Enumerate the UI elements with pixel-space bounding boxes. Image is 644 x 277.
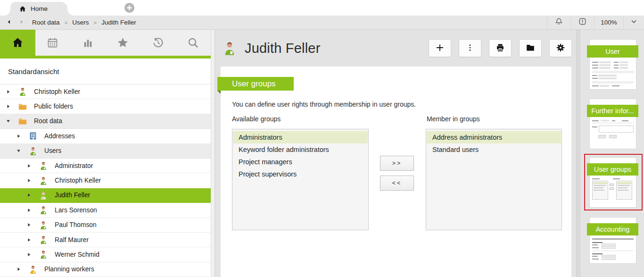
group-item-administrators[interactable]: Administrators xyxy=(233,131,368,143)
move-left-button[interactable]: << xyxy=(380,176,414,191)
breadcrumb: Root data>Users>Judith Feller xyxy=(32,19,136,26)
tree-item-werner-schmid[interactable]: Werner Schmid xyxy=(0,247,211,262)
rail-scrollbar[interactable] xyxy=(577,30,580,277)
add-button[interactable] xyxy=(429,39,451,57)
new-tab-button[interactable] xyxy=(124,2,135,13)
view-header-label: Standardansicht xyxy=(8,67,59,76)
nav-rail xyxy=(0,30,211,56)
caret-right-icon[interactable] xyxy=(26,178,32,183)
group-item-project-supervisors[interactable]: Project supervisors xyxy=(233,168,368,180)
tree-item-ralf-maurer[interactable]: Ralf Maurer xyxy=(0,233,211,247)
available-groups-listbox[interactable]: AdministratorsKeyword folder administrat… xyxy=(232,129,369,230)
caret-down-icon[interactable] xyxy=(16,148,21,153)
thumbnail-preview xyxy=(592,120,634,147)
caret-right-icon[interactable] xyxy=(26,193,32,198)
tree-item-lars-sorenson[interactable]: Lars Sorenson xyxy=(0,203,211,218)
section-banner-label: User groups xyxy=(232,79,276,88)
thumbnail-label: User groups xyxy=(594,166,631,173)
thumbnail-rail: UserFurther infor...User groupsAccountin… xyxy=(576,30,644,277)
caret-right-icon[interactable] xyxy=(26,252,32,257)
nav-search-icon[interactable] xyxy=(176,30,211,56)
zoom-menu-button[interactable] xyxy=(623,16,644,29)
caret-down-icon[interactable] xyxy=(6,118,11,124)
more-button[interactable] xyxy=(459,39,481,57)
caret-right-icon[interactable] xyxy=(26,222,32,227)
caret-right-icon[interactable] xyxy=(26,163,32,168)
tree-item-christoph-keller[interactable]: Christoph Keller xyxy=(0,173,211,188)
content-area: Standardansicht Christoph KellerPublic f… xyxy=(0,30,644,277)
building-icon xyxy=(28,131,38,141)
page-title: Judith Feller xyxy=(245,41,321,56)
tree-item-root-data[interactable]: Root data xyxy=(0,114,211,129)
tree-item-public-folders[interactable]: Public folders xyxy=(0,99,211,114)
thumbnail-accounting[interactable]: Accounting xyxy=(590,218,636,263)
caret-right-icon[interactable] xyxy=(26,237,32,243)
caret-right-icon[interactable] xyxy=(6,104,11,109)
alerts-button[interactable] xyxy=(570,16,594,29)
group-item-keyword-folder-administrators[interactable]: Keyword folder administrators xyxy=(233,143,368,156)
tab-label: Home xyxy=(31,5,48,12)
thumbnail-user[interactable]: User xyxy=(590,40,636,89)
tab-bar: Home xyxy=(0,0,644,16)
nav-chart-icon[interactable] xyxy=(70,30,106,56)
tree-item-paul-thomson[interactable]: Paul Thomson xyxy=(0,218,211,233)
bell-icon xyxy=(554,17,563,28)
thumbnail-user-groups[interactable]: User groups xyxy=(590,158,636,207)
breadcrumb-separator: > xyxy=(94,20,97,25)
settings-button[interactable] xyxy=(549,39,572,57)
breadcrumb-item-root-data[interactable]: Root data xyxy=(32,19,60,26)
group-item-project-managers[interactable]: Project managers xyxy=(233,156,368,168)
back-button[interactable] xyxy=(3,16,15,29)
section-description: You can define user rights through membe… xyxy=(232,101,416,108)
alert-icon xyxy=(578,17,587,28)
person-light-icon xyxy=(38,190,49,201)
printer-icon xyxy=(495,42,505,54)
caret-right-icon[interactable] xyxy=(26,208,32,213)
breadcrumb-bar: Root data>Users>Judith Feller 100% xyxy=(0,16,644,30)
tree-item-label: Administrator xyxy=(55,162,93,169)
sidebar-scrollbar[interactable] xyxy=(211,30,215,277)
group-item-standard-users[interactable]: Standard users xyxy=(427,143,561,156)
zoom-level: 100% xyxy=(594,16,623,29)
tree-item-label: Paul Thomson xyxy=(55,221,97,228)
tab-home[interactable]: Home xyxy=(10,2,67,16)
tree-item-users[interactable]: Users xyxy=(0,144,211,159)
tree-item-label: Planning workers xyxy=(44,266,94,273)
tree-item-christoph-keller[interactable]: Christoph Keller xyxy=(0,84,211,99)
tree-item-judith-feller[interactable]: Judith Feller xyxy=(0,188,211,203)
move-right-button[interactable]: >> xyxy=(380,156,414,171)
breadcrumb-item-users[interactable]: Users xyxy=(72,19,89,26)
nav-history-icon[interactable] xyxy=(140,30,176,56)
breadcrumb-item-judith-feller[interactable]: Judith Feller xyxy=(101,19,136,26)
tree-item-planning-workers[interactable]: Planning workers xyxy=(0,262,211,277)
notifications-button[interactable] xyxy=(547,16,570,29)
application-window: Home Root data>Users>Judith Feller 100% xyxy=(0,0,644,277)
caret-right-icon[interactable] xyxy=(16,267,21,272)
section-banner: User groups xyxy=(217,77,294,91)
thumbnail-preview xyxy=(592,60,634,87)
nav-calendar-icon[interactable] xyxy=(35,30,71,56)
nav-home-icon[interactable] xyxy=(0,30,35,56)
tree-item-administrator[interactable]: Administrator xyxy=(0,159,211,173)
folder-button[interactable] xyxy=(519,39,542,57)
print-button[interactable] xyxy=(489,39,512,57)
thumbnail-ribbon: Further infor... xyxy=(587,105,638,117)
forward-button[interactable] xyxy=(15,16,27,29)
home-icon xyxy=(19,5,26,13)
tree-item-label: Root data xyxy=(34,118,62,125)
thumbnail-further-infor[interactable]: Further infor... xyxy=(590,99,636,149)
thumbnail-preview xyxy=(592,178,634,205)
forward-arrow-icon xyxy=(18,18,25,27)
person-green-icon xyxy=(38,235,49,245)
caret-right-icon[interactable] xyxy=(16,134,21,139)
person-green-icon xyxy=(38,205,49,215)
person-green-icon xyxy=(38,249,49,260)
member-groups-listbox[interactable]: Address administratorsStandard users xyxy=(426,129,562,230)
banner-fold xyxy=(217,91,221,94)
tree-item-addresses[interactable]: Addresses xyxy=(0,129,211,143)
nav-star-icon[interactable] xyxy=(106,30,141,56)
plus-icon xyxy=(435,42,445,54)
group-item-address-administrators[interactable]: Address administrators xyxy=(427,131,561,143)
chevron-down-icon xyxy=(629,17,638,28)
caret-right-icon[interactable] xyxy=(6,89,11,94)
